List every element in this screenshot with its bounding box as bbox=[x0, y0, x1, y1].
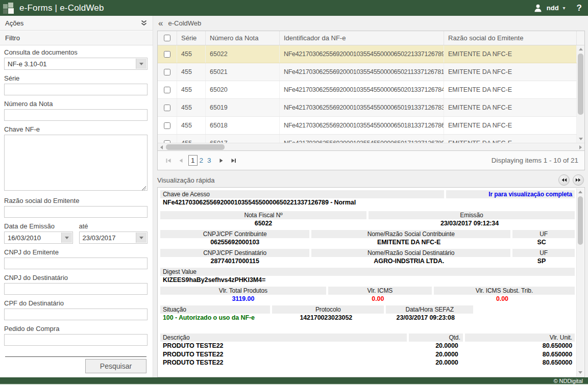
app-title: e-Forms | e-ColdWeb bbox=[19, 3, 104, 13]
app-header: e-Forms | e-ColdWeb ndd ▾ ? bbox=[0, 0, 588, 16]
previous-document-button[interactable] bbox=[558, 174, 570, 186]
cell-serie: 455 bbox=[177, 63, 206, 81]
scroll-up-icon[interactable] bbox=[577, 45, 584, 53]
vlr-unit-header: Vlr. Unit. bbox=[465, 333, 575, 342]
scroll-left-icon[interactable] bbox=[158, 143, 165, 151]
serie-input[interactable] bbox=[4, 84, 148, 95]
table-row[interactable]: 455 65019 NFe421703062556920001035545500… bbox=[158, 99, 577, 117]
pedido-compra-input[interactable] bbox=[4, 334, 148, 346]
table-row[interactable]: 455 65017 NFe421703062556920001035545500… bbox=[158, 135, 577, 143]
document-type-select[interactable]: NF-e 3.10-01 bbox=[4, 58, 148, 70]
nota-fiscal-label: Nota Fiscal Nº bbox=[160, 211, 366, 219]
chevrons-down-icon[interactable] bbox=[140, 20, 148, 27]
vlr-total-value: 3119.00 bbox=[160, 295, 326, 303]
column-header-identificador[interactable]: Identificador da NF-e bbox=[280, 31, 444, 45]
cell-razao: EMITENTE DA NFC-E bbox=[444, 117, 577, 134]
scrollbar-thumb[interactable] bbox=[578, 54, 583, 115]
cell-identificador: NFe4217030625569200010355455000065018133… bbox=[280, 117, 444, 134]
scroll-down-icon[interactable] bbox=[577, 369, 584, 376]
cell-identificador: NFe4217030625569200010355455000065019133… bbox=[280, 99, 444, 116]
chevron-down-icon bbox=[139, 63, 143, 65]
collapse-sidebar-icon[interactable]: « bbox=[157, 18, 163, 29]
cell-razao: EMITENTE DA NFC-E bbox=[444, 135, 577, 143]
cell-identificador: NFe4217030625569200010355455000065021133… bbox=[280, 63, 444, 81]
grid-header-row: Série Número da Nota Identificador da NF… bbox=[158, 31, 584, 45]
table-row[interactable]: 455 65020 NFe421703062556920001035545500… bbox=[158, 81, 577, 99]
cell-serie: 455 bbox=[177, 99, 206, 116]
page-number-3[interactable]: 3 bbox=[205, 156, 213, 165]
product-vlr: 80.650000 bbox=[461, 342, 575, 350]
column-header-numero[interactable]: Número da Nota bbox=[206, 31, 280, 45]
row-checkbox[interactable] bbox=[164, 51, 170, 58]
table-row[interactable]: 455 65018 NFe421703062556920001035545500… bbox=[158, 117, 577, 135]
row-checkbox[interactable] bbox=[164, 105, 170, 111]
razao-social-input[interactable] bbox=[4, 206, 148, 218]
scroll-up-icon[interactable] bbox=[577, 188, 584, 196]
cnpj-destinatario-label: CNPJ/CPF Destinatário bbox=[160, 249, 309, 257]
product-qtd: 20.0000 bbox=[407, 342, 461, 350]
uf-contribuinte-value: SC bbox=[508, 238, 575, 247]
table-row[interactable]: 455 65021 NFe421703062556920001035545500… bbox=[158, 63, 577, 81]
grid-horizontal-scrollbar[interactable] bbox=[158, 143, 584, 150]
chave-acesso-value: NFe4217030625569200010355455000065022133… bbox=[160, 198, 575, 207]
cnpj-destinatario-input[interactable] bbox=[4, 283, 148, 295]
cnpj-contribuinte-label: CNPJ/CPF Contribuinte bbox=[160, 230, 309, 238]
row-checkbox[interactable] bbox=[164, 69, 170, 75]
calendar-dropdown-button[interactable] bbox=[136, 233, 146, 243]
dropdown-button[interactable] bbox=[136, 59, 146, 69]
cnpj-destinatario-value: 28774017000115 bbox=[160, 257, 309, 266]
digest-value: KIZEES9haBy2sefhvs4zPHKI3M4= bbox=[160, 276, 575, 285]
filter-form: Consulta de documentos NF-e 3.10-01 Séri… bbox=[0, 45, 153, 377]
page-number-2[interactable]: 2 bbox=[198, 156, 206, 165]
ndd-logo-icon bbox=[3, 3, 14, 14]
app-footer: © NDDigital bbox=[0, 377, 588, 385]
cpf-destinatario-label: CPF do Destinatário bbox=[4, 299, 148, 307]
chave-nfe-textarea[interactable] bbox=[4, 135, 148, 191]
full-view-link[interactable]: Ir para visualização completa bbox=[446, 190, 575, 198]
scrollbar-thumb[interactable] bbox=[578, 196, 583, 245]
resize-grip-icon[interactable] bbox=[141, 186, 146, 190]
cnpj-emitente-input[interactable] bbox=[4, 258, 148, 269]
column-header-razao[interactable]: Razão social do Emitente bbox=[444, 31, 577, 45]
cell-identificador: NFe4217030625569200010355455000065017133… bbox=[280, 135, 444, 143]
cell-numero: 65022 bbox=[206, 45, 280, 63]
data-emissao-de-picker[interactable]: 16/03/2010 bbox=[4, 232, 73, 244]
cell-numero: 65017 bbox=[206, 135, 280, 143]
user-menu[interactable]: ndd bbox=[547, 4, 559, 12]
actions-section-header[interactable]: Ações bbox=[0, 16, 153, 31]
scrollbar-thumb[interactable] bbox=[166, 144, 225, 150]
results-grid: Série Número da Nota Identificador da NF… bbox=[157, 31, 585, 151]
cell-serie: 455 bbox=[177, 45, 206, 63]
chevron-down-icon[interactable]: ▾ bbox=[563, 5, 566, 11]
preview-vertical-scrollbar[interactable] bbox=[576, 188, 584, 376]
nome-contribuinte-value: EMITENTE DA NFC-E bbox=[309, 238, 508, 247]
table-row[interactable]: 455 65022 NFe421703062556920001035545500… bbox=[158, 45, 577, 63]
numero-nota-label: Número da Nota bbox=[4, 100, 148, 108]
column-header-serie[interactable]: Série bbox=[177, 31, 206, 45]
select-all-checkbox[interactable] bbox=[164, 35, 170, 41]
product-rows: PRODUTO TESTE22 20.0000 80.650000 PRODUT… bbox=[160, 342, 575, 367]
next-page-button[interactable] bbox=[216, 156, 226, 165]
first-page-button bbox=[164, 156, 173, 165]
next-document-button[interactable] bbox=[573, 174, 584, 186]
grid-vertical-scrollbar[interactable] bbox=[577, 45, 584, 143]
search-button[interactable]: Pesquisar bbox=[85, 359, 146, 373]
emissao-label: Emissão bbox=[369, 211, 575, 219]
row-checkbox[interactable] bbox=[164, 87, 170, 93]
scroll-down-icon[interactable] bbox=[577, 135, 584, 143]
last-page-button[interactable] bbox=[229, 156, 238, 165]
numero-nota-input[interactable] bbox=[4, 109, 148, 121]
row-checkbox[interactable] bbox=[164, 122, 170, 129]
cell-identificador: NFe4217030625569200010355455000065020133… bbox=[280, 81, 444, 98]
help-button[interactable]: ? bbox=[577, 3, 582, 13]
cpf-destinatario-input[interactable] bbox=[4, 309, 148, 320]
calendar-dropdown-button[interactable] bbox=[61, 233, 72, 243]
scroll-right-icon[interactable] bbox=[577, 143, 584, 151]
cell-serie: 455 bbox=[177, 117, 206, 134]
nota-fiscal-value: 65022 bbox=[160, 219, 366, 228]
filter-section-header[interactable]: Filtro bbox=[0, 31, 153, 45]
data-emissao-ate-picker[interactable]: 23/03/2017 bbox=[79, 232, 148, 244]
chave-acesso-label: Chave de Acesso bbox=[160, 190, 444, 198]
vlr-icms-st-value: 0.00 bbox=[430, 295, 575, 303]
filter-sidebar: Ações Filtro Consulta de documentos NF-e… bbox=[0, 16, 153, 377]
